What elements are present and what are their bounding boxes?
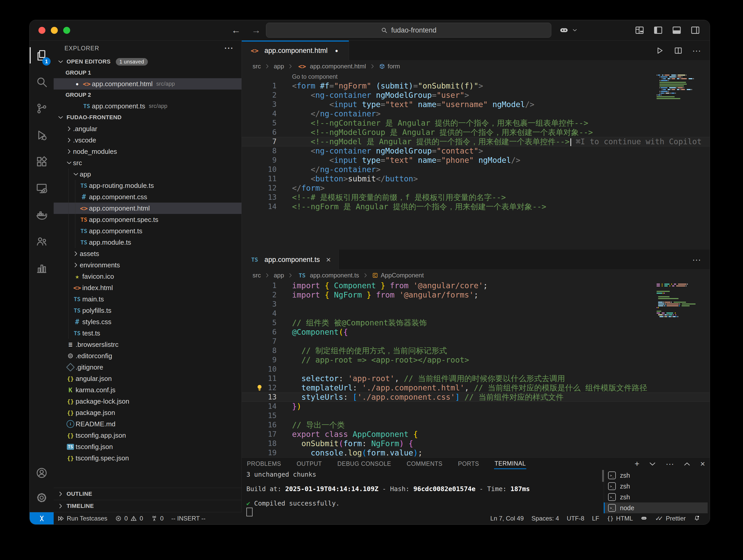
command-center-search[interactable]: fudao-frontend <box>266 23 551 38</box>
breadcrumb-item[interactable]: TSapp.component.ts <box>297 272 359 279</box>
open-editors-header[interactable]: OPEN EDITORS1 unsaved <box>54 56 242 68</box>
tree-item-favicon.ico[interactable]: ★favicon.ico <box>54 271 242 282</box>
tree-item-angular.json[interactable]: {}angular.json <box>54 373 242 384</box>
panel-scrollbar-thumb[interactable] <box>602 470 604 482</box>
panel-tab-terminal[interactable]: TERMINAL <box>494 458 526 469</box>
lightbulb-icon[interactable] <box>255 383 264 392</box>
panel-tab-output[interactable]: OUTPUT <box>296 458 322 469</box>
activity-remote-explorer[interactable] <box>30 175 54 202</box>
tree-item-styles.css[interactable]: #styles.css <box>54 316 242 328</box>
tree-item-.gitignore[interactable]: .gitignore <box>54 361 242 373</box>
tree-item-src[interactable]: src <box>54 157 242 169</box>
breadcrumb-item[interactable]: <>app.component.html <box>297 63 366 70</box>
terminal-instance-zsh[interactable]: >_zsh <box>604 481 708 491</box>
activity-extensions[interactable] <box>30 148 54 175</box>
tab-app.component.html[interactable]: <>app.component.html● <box>242 41 349 61</box>
tree-item-index.html[interactable]: <>index.html <box>54 282 242 293</box>
tree-item-polyfills.ts[interactable]: TSpolyfills.ts <box>54 305 242 316</box>
zoom-window-button[interactable] <box>63 27 70 34</box>
tree-item-.browserslistrc[interactable]: ≡.browserslistrc <box>54 339 242 350</box>
breadcrumb[interactable]: srcappTSapp.component.tsAppComponent <box>242 270 710 281</box>
open-editor-item[interactable]: TSapp.component.tssrc/app <box>54 100 242 112</box>
outline-section[interactable]: OUTLINE <box>54 488 242 500</box>
tree-item-test.ts[interactable]: TStest.ts <box>54 328 242 339</box>
terminal-instance-zsh[interactable]: >_zsh <box>604 491 708 503</box>
panel-left-button[interactable] <box>653 25 663 35</box>
activity-settings[interactable] <box>30 485 54 510</box>
back-button[interactable]: ← <box>231 25 241 36</box>
codelens-link[interactable]: Go to component <box>242 72 710 81</box>
tree-item-.angular[interactable]: .angular <box>54 123 242 134</box>
tree-item-karma.conf.js[interactable]: Kkarma.conf.js <box>54 384 242 396</box>
close-button[interactable]: × <box>700 459 705 469</box>
breadcrumb-item[interactable]: app <box>274 272 284 279</box>
forward-button[interactable]: → <box>252 25 261 36</box>
status-ports-forwarded[interactable]: 0 <box>147 512 167 524</box>
status-vim-mode[interactable]: -- INSERT -- <box>167 512 209 524</box>
tree-item-tsconfig.app.json[interactable]: {}tsconfig.app.json <box>54 430 242 441</box>
tree-item-environments[interactable]: environments <box>54 259 242 271</box>
tab-close-icon[interactable]: × <box>326 255 331 264</box>
chevron-down-button[interactable] <box>649 460 656 468</box>
status-problems[interactable]: 00 <box>111 512 147 524</box>
panel-tab-ports[interactable]: PORTS <box>457 458 480 469</box>
copilot-menu-button[interactable] <box>559 25 579 35</box>
tree-item-package.json[interactable]: {}package.json <box>54 407 242 418</box>
close-window-button[interactable] <box>38 27 45 34</box>
tree-item-main.ts[interactable]: TSmain.ts <box>54 293 242 305</box>
more-button[interactable]: ··· <box>692 45 701 55</box>
tree-item-app.component.html[interactable]: <>app.component.html <box>54 203 242 214</box>
minimize-window-button[interactable] <box>51 27 58 34</box>
terminal-instance-node[interactable]: >_node <box>604 503 708 513</box>
status-copilot-status[interactable] <box>637 515 651 522</box>
minimap[interactable] <box>657 74 706 99</box>
terminal-instance-zsh[interactable]: >_zsh <box>604 470 708 481</box>
status-notifications[interactable] <box>690 515 704 522</box>
split-button[interactable] <box>673 46 683 55</box>
project-header[interactable]: FUDAO-FRONTEND <box>54 112 242 123</box>
sidebar-more-button[interactable]: ··· <box>224 44 234 53</box>
breadcrumb-item[interactable]: AppComponent <box>372 272 424 279</box>
tree-item-app[interactable]: app <box>54 169 242 180</box>
activity-run-and-debug[interactable] <box>30 122 54 148</box>
activity-accounts[interactable] <box>30 460 54 485</box>
panel-bottom-button[interactable] <box>671 25 682 35</box>
activity-explorer[interactable]: 1 <box>30 42 54 69</box>
activity-search[interactable] <box>30 69 54 95</box>
status-formatter[interactable]: ✓✓Prettier <box>651 515 690 522</box>
run-button[interactable] <box>655 46 664 55</box>
tree-item-app.component.css[interactable]: #app.component.css <box>54 191 242 203</box>
minimap[interactable] <box>657 283 706 317</box>
breadcrumb-item[interactable]: app <box>274 63 284 70</box>
activity-source-control[interactable] <box>30 95 54 122</box>
code-area[interactable]: 12345678910111213141516171819import { Co… <box>242 281 710 457</box>
status-run-testcases[interactable]: Run Testcases <box>54 512 111 524</box>
tree-item-app.component.spec.ts[interactable]: TSapp.component.spec.ts <box>54 214 242 225</box>
tree-item-app.component.ts[interactable]: TSapp.component.ts <box>54 225 242 236</box>
remote-indicator[interactable] <box>30 512 54 524</box>
code-area[interactable]: Go to component1234567891011121314<form … <box>242 72 710 250</box>
activity-testing[interactable] <box>30 255 54 281</box>
breadcrumb-item[interactable]: src <box>253 272 261 279</box>
breadcrumb-item[interactable]: form <box>379 63 400 70</box>
panel-tab-problems[interactable]: PROBLEMS <box>246 458 282 469</box>
layout-grid-button[interactable] <box>635 25 645 35</box>
timeline-section[interactable]: TIMELINE <box>54 500 242 512</box>
tree-item-README.md[interactable]: iREADME.md <box>54 418 242 430</box>
tree-item-node_modules[interactable]: node_modules <box>54 146 242 157</box>
tree-item-app.module.ts[interactable]: TSapp.module.ts <box>54 236 242 248</box>
open-editor-item[interactable]: ●<>app.component.htmlsrc/app <box>54 78 242 90</box>
breadcrumb[interactable]: srcapp<>app.component.htmlform <box>242 61 710 72</box>
tab-app.component.ts[interactable]: TSapp.component.ts× <box>242 250 339 270</box>
add-button[interactable]: + <box>635 459 640 469</box>
chevron-up-button[interactable] <box>683 460 691 468</box>
terminal-output[interactable]: 3 unchanged chunks Build at: 2025-01-19T… <box>246 471 599 516</box>
tree-item-assets[interactable]: assets <box>54 248 242 259</box>
more-button[interactable]: ··· <box>666 459 674 469</box>
tree-item-.vscode[interactable]: .vscode <box>54 134 242 146</box>
panel-tab-debug-console[interactable]: DEBUG CONSOLE <box>337 458 392 469</box>
tree-item-app-routing.module.ts[interactable]: TSapp-routing.module.ts <box>54 180 242 191</box>
panel-right-button[interactable] <box>690 25 700 35</box>
activity-azure[interactable] <box>30 228 54 255</box>
more-button[interactable]: ··· <box>692 254 701 264</box>
